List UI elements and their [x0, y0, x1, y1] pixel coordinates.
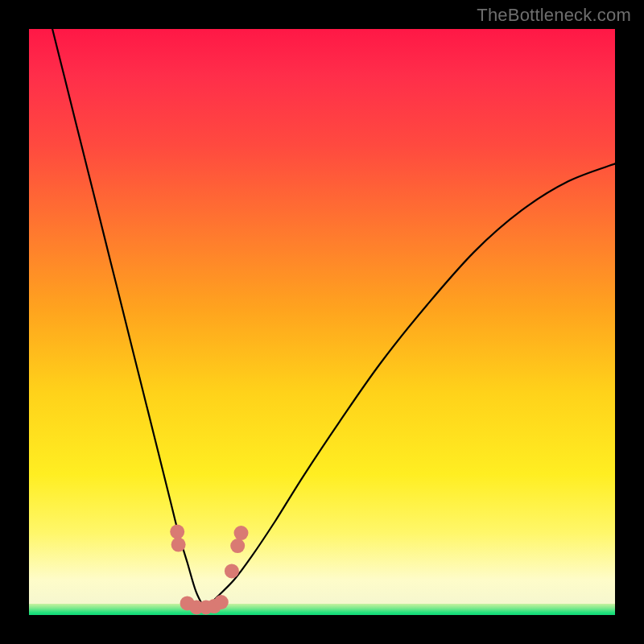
data-marker	[230, 539, 245, 553]
data-marker	[234, 526, 249, 540]
curve-right-branch	[204, 163, 615, 609]
plot-area	[29, 29, 615, 615]
data-marker	[171, 538, 186, 552]
curve-left-branch	[52, 29, 204, 609]
data-marker	[170, 525, 184, 539]
watermark-text: TheBottleneck.com	[477, 5, 631, 26]
data-marker	[214, 595, 229, 609]
marker-group	[170, 525, 248, 615]
data-marker	[225, 564, 239, 578]
curve-layer	[29, 29, 615, 615]
chart-frame: TheBottleneck.com	[0, 0, 644, 644]
